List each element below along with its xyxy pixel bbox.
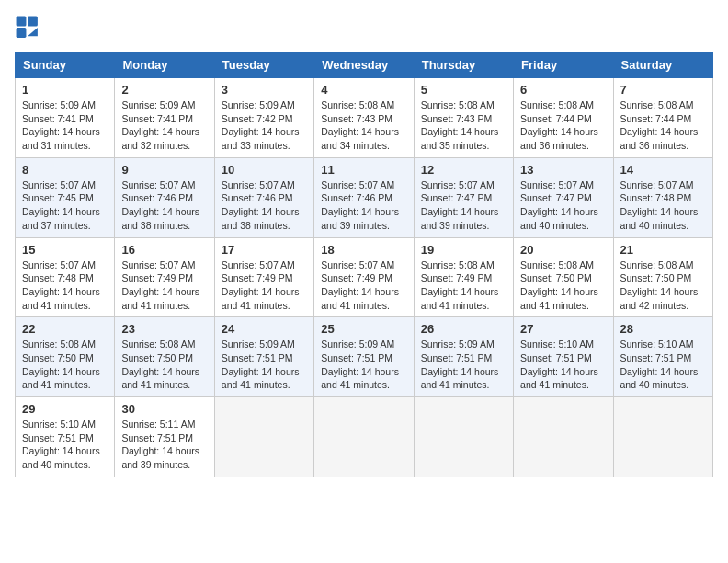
day-number: 9 — [121, 163, 207, 177]
cell-info: Sunrise: 5:07 AMSunset: 7:45 PMDaylight:… — [22, 178, 108, 233]
table-row: 28 Sunrise: 5:10 AMSunset: 7:51 PMDaylig… — [613, 317, 712, 397]
day-number: 17 — [222, 243, 307, 257]
day-number: 25 — [321, 322, 406, 336]
col-saturday: Saturday — [613, 52, 712, 78]
cell-info: Sunrise: 5:08 AMSunset: 7:50 PMDaylight:… — [520, 259, 606, 313]
table-row: 1 Sunrise: 5:09 AMSunset: 7:41 PMDayligh… — [16, 78, 115, 158]
cell-info: Sunrise: 5:09 AMSunset: 7:41 PMDaylight:… — [121, 98, 207, 153]
logo-icon — [15, 15, 40, 40]
table-row: 3 Sunrise: 5:09 AMSunset: 7:42 PMDayligh… — [214, 78, 313, 158]
cell-info: Sunrise: 5:07 AMSunset: 7:49 PMDaylight:… — [222, 259, 307, 313]
table-row — [514, 397, 613, 477]
table-row: 16 Sunrise: 5:07 AMSunset: 7:49 PMDaylig… — [115, 237, 214, 317]
table-row: 2 Sunrise: 5:09 AMSunset: 7:41 PMDayligh… — [115, 78, 214, 158]
cell-info: Sunrise: 5:07 AMSunset: 7:46 PMDaylight:… — [222, 178, 307, 233]
table-row: 17 Sunrise: 5:07 AMSunset: 7:49 PMDaylig… — [214, 237, 313, 317]
cell-info: Sunrise: 5:09 AMSunset: 7:42 PMDaylight:… — [222, 98, 307, 153]
table-row: 19 Sunrise: 5:08 AMSunset: 7:49 PMDaylig… — [414, 237, 513, 317]
table-row: 4 Sunrise: 5:08 AMSunset: 7:43 PMDayligh… — [314, 78, 414, 158]
table-row: 23 Sunrise: 5:08 AMSunset: 7:50 PMDaylig… — [115, 317, 214, 397]
day-number: 29 — [22, 402, 108, 416]
table-row: 6 Sunrise: 5:08 AMSunset: 7:44 PMDayligh… — [514, 78, 613, 158]
table-row: 29 Sunrise: 5:10 AMSunset: 7:51 PMDaylig… — [16, 397, 115, 477]
day-number: 2 — [121, 83, 207, 97]
cell-info: Sunrise: 5:10 AMSunset: 7:51 PMDaylight:… — [620, 338, 706, 392]
col-wednesday: Wednesday — [314, 52, 414, 78]
day-number: 22 — [22, 322, 108, 336]
day-number: 4 — [321, 83, 406, 97]
col-tuesday: Tuesday — [214, 52, 313, 78]
cell-info: Sunrise: 5:07 AMSunset: 7:48 PMDaylight:… — [620, 178, 706, 233]
cell-info: Sunrise: 5:08 AMSunset: 7:50 PMDaylight:… — [620, 259, 706, 313]
calendar-table: Sunday Monday Tuesday Wednesday Thursday… — [15, 52, 713, 477]
table-row: 20 Sunrise: 5:08 AMSunset: 7:50 PMDaylig… — [514, 237, 613, 317]
cell-info: Sunrise: 5:08 AMSunset: 7:43 PMDaylight:… — [421, 98, 506, 153]
table-row: 27 Sunrise: 5:10 AMSunset: 7:51 PMDaylig… — [514, 317, 613, 397]
page-header — [15, 15, 713, 40]
logo — [15, 15, 44, 40]
day-number: 19 — [421, 243, 506, 257]
cell-info: Sunrise: 5:08 AMSunset: 7:49 PMDaylight:… — [421, 259, 506, 313]
svg-marker-3 — [28, 28, 38, 36]
table-row: 26 Sunrise: 5:09 AMSunset: 7:51 PMDaylig… — [414, 317, 513, 397]
table-row: 21 Sunrise: 5:08 AMSunset: 7:50 PMDaylig… — [613, 237, 712, 317]
day-number: 27 — [520, 322, 606, 336]
cell-info: Sunrise: 5:09 AMSunset: 7:51 PMDaylight:… — [222, 338, 307, 392]
day-number: 21 — [620, 243, 706, 257]
table-row: 15 Sunrise: 5:07 AMSunset: 7:48 PMDaylig… — [16, 237, 115, 317]
table-row: 14 Sunrise: 5:07 AMSunset: 7:48 PMDaylig… — [613, 157, 712, 237]
day-number: 15 — [22, 243, 108, 257]
day-number: 8 — [22, 163, 108, 177]
day-number: 13 — [520, 163, 606, 177]
table-row — [613, 397, 712, 477]
table-row: 30 Sunrise: 5:11 AMSunset: 7:51 PMDaylig… — [115, 397, 214, 477]
table-row — [314, 397, 414, 477]
day-number: 3 — [222, 83, 307, 97]
cell-info: Sunrise: 5:08 AMSunset: 7:50 PMDaylight:… — [22, 338, 108, 392]
svg-rect-1 — [28, 17, 38, 27]
table-row: 12 Sunrise: 5:07 AMSunset: 7:47 PMDaylig… — [414, 157, 513, 237]
cell-info: Sunrise: 5:10 AMSunset: 7:51 PMDaylight:… — [520, 338, 606, 392]
day-number: 10 — [222, 163, 307, 177]
day-number: 5 — [421, 83, 506, 97]
col-thursday: Thursday — [414, 52, 513, 78]
table-row — [414, 397, 513, 477]
table-row: 18 Sunrise: 5:07 AMSunset: 7:49 PMDaylig… — [314, 237, 414, 317]
day-number: 18 — [321, 243, 406, 257]
col-monday: Monday — [115, 52, 214, 78]
table-row: 25 Sunrise: 5:09 AMSunset: 7:51 PMDaylig… — [314, 317, 414, 397]
cell-info: Sunrise: 5:11 AMSunset: 7:51 PMDaylight:… — [121, 418, 207, 472]
col-friday: Friday — [514, 52, 613, 78]
cell-info: Sunrise: 5:09 AMSunset: 7:51 PMDaylight:… — [421, 338, 506, 392]
table-row — [214, 397, 313, 477]
day-number: 24 — [222, 322, 307, 336]
day-number: 7 — [620, 83, 706, 97]
cell-info: Sunrise: 5:09 AMSunset: 7:41 PMDaylight:… — [22, 98, 108, 153]
day-number: 12 — [421, 163, 506, 177]
cell-info: Sunrise: 5:08 AMSunset: 7:44 PMDaylight:… — [520, 98, 606, 153]
svg-rect-2 — [17, 28, 27, 38]
svg-rect-0 — [17, 17, 27, 27]
table-row: 13 Sunrise: 5:07 AMSunset: 7:47 PMDaylig… — [514, 157, 613, 237]
day-number: 23 — [121, 322, 207, 336]
day-number: 30 — [121, 402, 207, 416]
cell-info: Sunrise: 5:08 AMSunset: 7:44 PMDaylight:… — [620, 98, 706, 153]
cell-info: Sunrise: 5:07 AMSunset: 7:48 PMDaylight:… — [22, 259, 108, 313]
cell-info: Sunrise: 5:07 AMSunset: 7:46 PMDaylight:… — [121, 178, 207, 233]
table-row: 5 Sunrise: 5:08 AMSunset: 7:43 PMDayligh… — [414, 78, 513, 158]
table-row: 9 Sunrise: 5:07 AMSunset: 7:46 PMDayligh… — [115, 157, 214, 237]
table-row: 24 Sunrise: 5:09 AMSunset: 7:51 PMDaylig… — [214, 317, 313, 397]
table-row: 7 Sunrise: 5:08 AMSunset: 7:44 PMDayligh… — [613, 78, 712, 158]
cell-info: Sunrise: 5:08 AMSunset: 7:43 PMDaylight:… — [321, 98, 406, 153]
cell-info: Sunrise: 5:07 AMSunset: 7:47 PMDaylight:… — [421, 178, 506, 233]
cell-info: Sunrise: 5:07 AMSunset: 7:47 PMDaylight:… — [520, 178, 606, 233]
day-number: 16 — [121, 243, 207, 257]
day-number: 6 — [520, 83, 606, 97]
cell-info: Sunrise: 5:08 AMSunset: 7:50 PMDaylight:… — [121, 338, 207, 392]
day-number: 28 — [620, 322, 706, 336]
col-sunday: Sunday — [16, 52, 115, 78]
table-row: 10 Sunrise: 5:07 AMSunset: 7:46 PMDaylig… — [214, 157, 313, 237]
cell-info: Sunrise: 5:10 AMSunset: 7:51 PMDaylight:… — [22, 418, 108, 472]
day-number: 1 — [22, 83, 108, 97]
table-row: 8 Sunrise: 5:07 AMSunset: 7:45 PMDayligh… — [16, 157, 115, 237]
